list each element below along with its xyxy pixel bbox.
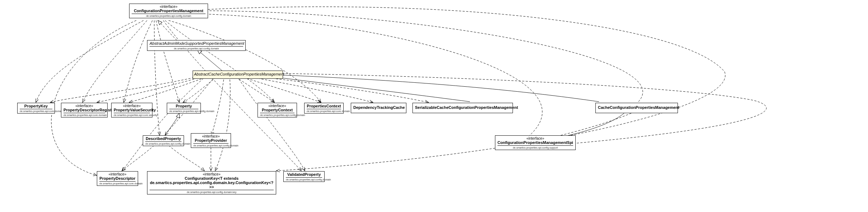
class-title: AbstractAdminModeSupportedPropertiesMana…: [150, 41, 243, 47]
class-title: PropertyProvider: [193, 138, 228, 144]
class-title: Property: [169, 104, 198, 109]
class-package: de.smartics.properties.api.core.domain: [63, 114, 105, 116]
class-title: DescribedProperty: [145, 136, 181, 142]
class-configuration-key[interactable]: «interface» ConfigurationKey<T extends d…: [147, 171, 276, 194]
class-property-value-security[interactable]: «interface» PropertyValueSecurity de.sma…: [111, 103, 152, 117]
class-property[interactable]: Property de.smartics.properties.api.conf…: [167, 103, 201, 114]
class-package: de.smartics.properties.spi.config.suppor…: [497, 146, 573, 149]
stereotype-label: «interface»: [193, 134, 228, 138]
class-package: de.smartics.properties.api.config.domain…: [150, 191, 274, 193]
class-title: DependencyTrackingCache: [353, 105, 404, 110]
stereotype-label: «interface»: [99, 172, 136, 176]
class-title: PropertyKey: [20, 104, 52, 109]
class-validated-property[interactable]: ValidatedProperty de.smartics.properties…: [283, 171, 325, 182]
class-title: PropertyDescriptorRegistry: [63, 108, 105, 113]
class-title: ConfigurationPropertiesManagement: [132, 9, 206, 14]
class-cache-configuration-properties-management[interactable]: CacheConfigurationPropertiesManagement: [595, 103, 678, 113]
class-abstract-admin-mode-supported-properties-management[interactable]: AbstractAdminModeSupportedPropertiesMana…: [147, 40, 246, 51]
class-package: de.smartics.properties.api.config.domain: [132, 14, 206, 17]
class-configuration-properties-management[interactable]: «interface» ConfigurationPropertiesManag…: [129, 4, 208, 18]
stereotype-label: «interface»: [497, 136, 573, 140]
class-property-descriptor[interactable]: «interface» PropertyDescriptor de.smarti…: [97, 171, 138, 186]
class-package: de.smartics.properties.api.core.security: [114, 114, 150, 116]
stereotype-label: «interface»: [132, 5, 206, 9]
class-property-key[interactable]: PropertyKey de.smartics.properties.api.c…: [17, 103, 55, 114]
class-configuration-properties-management-spi[interactable]: «interface» ConfigurationPropertiesManag…: [495, 135, 576, 150]
class-property-provider[interactable]: «interface» PropertyProvider de.smartics…: [191, 133, 231, 148]
class-package: de.smartics.properties.api.config.domain: [169, 110, 198, 112]
class-title: ValidatedProperty: [286, 172, 322, 178]
stereotype-label: «interface»: [114, 104, 150, 108]
class-dependency-tracking-cache[interactable]: DependencyTrackingCache: [351, 103, 406, 113]
class-properties-context[interactable]: PropertiesContext de.smartics.properties…: [304, 103, 344, 114]
class-abstract-cache-configuration-properties-management[interactable]: AbstractCacheConfigurationPropertiesMana…: [193, 71, 283, 79]
class-title: CacheConfigurationPropertiesManagement: [598, 105, 675, 110]
stereotype-label: «interface»: [63, 104, 105, 108]
class-package: de.smartics.properties.api.config.domain: [193, 144, 228, 147]
class-title: SerializableCacheConfigurationProperties…: [415, 105, 510, 110]
class-serializable-cache-configuration-properties-management[interactable]: SerializableCacheConfigurationProperties…: [412, 103, 513, 113]
class-package: de.smartics.properties.api.core.domain: [307, 110, 341, 112]
class-package: de.smartics.properties.api.config.domain: [260, 114, 294, 116]
class-title: ConfigurationPropertiesManagementSpi: [497, 140, 573, 146]
class-package: de.smartics.properties.api.config.domain: [286, 178, 322, 181]
class-property-context[interactable]: «interface» PropertyContext de.smartics.…: [258, 103, 297, 117]
class-package: de.smartics.properties.api.core.domain: [20, 110, 52, 112]
class-package: de.smartics.properties.api.config.domain: [145, 142, 181, 145]
class-package: de.smartics.properties.api.config.domain: [150, 47, 243, 50]
class-described-property[interactable]: DescribedProperty de.smartics.properties…: [143, 135, 184, 146]
class-package: de.smartics.properties.api.core.domain: [99, 182, 136, 185]
class-title: ConfigurationKey<T extends de.smartics.p…: [150, 176, 274, 190]
class-title: PropertyDescriptor: [99, 176, 136, 182]
class-title: PropertyContext: [260, 108, 294, 113]
stereotype-label: «interface»: [150, 172, 274, 176]
class-property-descriptor-registry[interactable]: «interface» PropertyDescriptorRegistry d…: [61, 103, 108, 117]
class-title: PropertiesContext: [307, 104, 341, 109]
stereotype-label: «interface»: [260, 104, 294, 108]
class-title: PropertyValueSecurity: [114, 108, 150, 113]
class-title: AbstractCacheConfigurationPropertiesMana…: [194, 72, 282, 77]
